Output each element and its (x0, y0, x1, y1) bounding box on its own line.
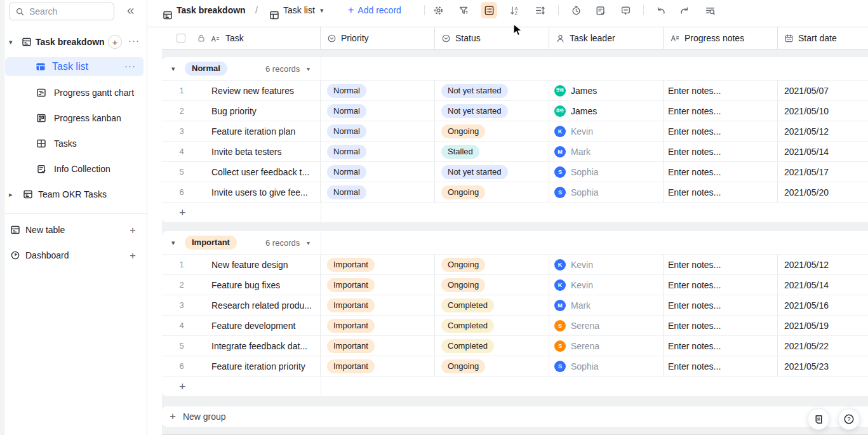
priority-cell[interactable]: Important (321, 295, 435, 315)
reminder-clock-icon[interactable] (568, 2, 584, 18)
task-cell[interactable]: 5Integrate feedback dat... (162, 336, 321, 356)
status-cell[interactable]: Not yet started (435, 101, 549, 121)
row-number[interactable]: 4 (177, 321, 187, 330)
status-cell[interactable]: Not yet started (435, 162, 549, 182)
date-cell[interactable]: 2021/05/10 (778, 101, 868, 121)
notes-cell[interactable]: Enter notes... (664, 121, 778, 141)
status-cell[interactable]: Completed (435, 295, 549, 315)
chevron-down-icon[interactable]: ▾ (9, 38, 13, 46)
date-cell[interactable]: 2021/05/14 (778, 142, 868, 161)
sidebar-item-dashboard[interactable]: Dashboard + (5, 246, 147, 264)
sidebar-item-progress-gantt-chart[interactable]: Progress gantt chart (5, 84, 147, 102)
leader-cell[interactable]: SSerena (549, 336, 664, 356)
priority-cell[interactable]: Normal (321, 121, 435, 141)
priority-cell[interactable]: Normal (321, 81, 435, 100)
more-options-icon[interactable]: ··· (128, 35, 140, 46)
leader-cell[interactable]: KKevin (549, 255, 664, 274)
notes-cell[interactable]: Enter notes... (664, 275, 778, 295)
row-number[interactable]: 2 (177, 280, 187, 290)
task-cell[interactable]: 3Feature iteration plan (162, 121, 321, 141)
date-cell[interactable]: 2021/05/07 (778, 81, 868, 100)
sidebar-item-task-list[interactable]: Task list ··· (5, 57, 144, 76)
row-number[interactable]: 3 (177, 126, 187, 136)
column-header-task-leader[interactable]: Task leader (549, 27, 664, 49)
notes-cell[interactable]: Enter notes... (664, 255, 778, 274)
column-header-priority[interactable]: Priority (321, 27, 435, 49)
task-cell[interactable]: 2Feature bug fixes (162, 275, 321, 295)
date-cell[interactable]: 2021/05/12 (778, 255, 868, 274)
sort-icon[interactable]: AZ (506, 2, 523, 18)
sidebar-item-new-table[interactable]: New table + (5, 221, 147, 239)
record-detail-fab[interactable] (808, 408, 829, 430)
view-dropdown-icon[interactable]: ▾ (320, 0, 324, 20)
notes-cell[interactable]: Enter notes... (664, 81, 778, 100)
notes-cell[interactable]: Enter notes... (664, 182, 778, 202)
add-record-button[interactable]: +Add record (348, 0, 401, 20)
sidebar-item-tasks[interactable]: Tasks (5, 135, 147, 152)
add-record-row[interactable]: + (162, 376, 868, 396)
row-number[interactable]: 2 (177, 106, 187, 116)
priority-cell[interactable]: Normal (321, 142, 435, 161)
settings-gear-icon[interactable] (430, 2, 446, 18)
leader-cell[interactable]: SSophia (549, 182, 664, 202)
status-cell[interactable]: Stalled (435, 142, 549, 161)
row-number[interactable]: 1 (177, 260, 187, 269)
task-cell[interactable]: 6Invite users to give fee... (162, 182, 321, 202)
priority-cell[interactable]: Normal (321, 162, 435, 182)
form-record-icon[interactable] (592, 2, 608, 18)
status-cell[interactable]: Ongoing (435, 255, 549, 274)
notes-cell[interactable]: Enter notes... (664, 142, 778, 161)
row-number[interactable]: 6 (177, 187, 187, 197)
column-header-status[interactable]: Status (435, 27, 549, 49)
row-number[interactable]: 4 (177, 147, 187, 156)
undo-icon[interactable] (652, 2, 669, 18)
date-cell[interactable]: 2021/05/14 (778, 275, 868, 295)
status-cell[interactable]: Ongoing (435, 121, 549, 141)
row-number[interactable]: 1 (177, 86, 187, 95)
task-cell[interactable]: 1Review new features (162, 81, 321, 100)
new-group-button[interactable]: + New group (162, 406, 868, 427)
notes-cell[interactable]: Enter notes... (664, 356, 778, 376)
priority-cell[interactable]: Important (321, 275, 435, 295)
leader-cell[interactable]: SSophia (549, 356, 664, 376)
status-cell[interactable]: Completed (435, 316, 549, 335)
group-records-dropdown-icon[interactable]: ▾ (307, 65, 310, 72)
sidebar-item-progress-kanban[interactable]: Progress kanban (5, 109, 147, 127)
add-record-row[interactable]: + (162, 202, 868, 222)
date-cell[interactable]: 2021/05/16 (778, 295, 868, 315)
task-cell[interactable]: 5Collect user feedback t... (162, 162, 321, 182)
collapse-sidebar-icon[interactable] (126, 6, 135, 16)
chevron-right-icon[interactable]: ▸ (9, 191, 13, 199)
leader-cell[interactable]: MMark (549, 295, 664, 315)
group-view-button[interactable] (481, 2, 497, 18)
task-cell[interactable]: 6Feature iteration priority (162, 356, 321, 376)
status-cell[interactable]: Not yet started (435, 81, 549, 100)
status-cell[interactable]: Ongoing (435, 275, 549, 295)
row-number[interactable]: 5 (177, 341, 187, 351)
redo-icon[interactable] (676, 2, 693, 18)
filter-icon[interactable] (455, 2, 472, 18)
column-header-task[interactable]: Task (162, 27, 321, 49)
task-cell[interactable]: 2Bug priority (162, 101, 321, 121)
collapse-group-icon[interactable]: ▾ (171, 65, 175, 73)
notes-cell[interactable]: Enter notes... (664, 101, 778, 121)
leader-cell[interactable]: 李经James (549, 101, 664, 121)
notes-cell[interactable]: Enter notes... (664, 295, 778, 315)
row-height-icon[interactable] (531, 2, 548, 18)
leader-cell[interactable]: KKevin (549, 121, 664, 141)
search-input[interactable]: Search (9, 3, 114, 20)
leader-cell[interactable]: SSerena (549, 316, 664, 335)
help-fab[interactable]: ? (838, 408, 860, 430)
group-records-dropdown-icon[interactable]: ▾ (307, 239, 310, 246)
leader-cell[interactable]: 李经James (549, 81, 664, 100)
column-header-progress-notes[interactable]: Progress notes (664, 27, 778, 49)
breadcrumb-base[interactable]: Task breakdown (177, 0, 246, 20)
notes-cell[interactable]: Enter notes... (664, 162, 778, 182)
priority-cell[interactable]: Important (321, 356, 435, 376)
notes-cell[interactable]: Enter notes... (664, 316, 778, 335)
row-number[interactable]: 3 (177, 300, 187, 310)
priority-cell[interactable]: Important (321, 255, 435, 274)
column-header-start-date[interactable]: Start date (778, 27, 868, 49)
sidebar-base-team-okr-tasks[interactable]: ▸ Team OKR Tasks (5, 185, 147, 203)
task-cell[interactable]: 4Feature development (162, 316, 321, 335)
